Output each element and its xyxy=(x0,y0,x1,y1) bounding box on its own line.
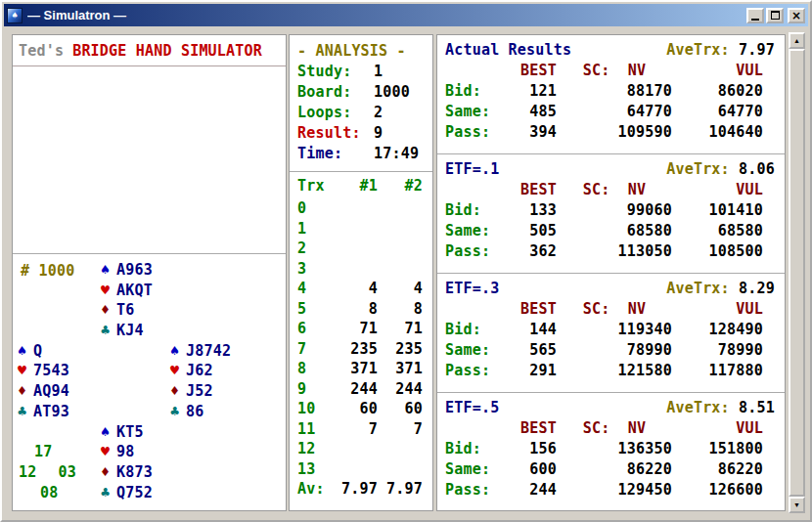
average-value-2: 7.97 xyxy=(378,480,423,500)
result-row: Pass: 394 109590 104640 xyxy=(445,123,775,144)
suit-icon: ♦ xyxy=(101,463,116,484)
trx-index: 2 xyxy=(297,239,329,260)
best-value: 291 xyxy=(492,362,557,382)
col-best: BEST xyxy=(492,419,557,440)
suit-icon: ♦ xyxy=(101,301,116,322)
trx-row: 13 xyxy=(297,460,425,481)
scrollbar-thumb[interactable] xyxy=(789,49,805,497)
analysis-title: - ANALYSIS - xyxy=(290,35,432,63)
trx-row: 6 71 71 xyxy=(297,320,425,340)
nv-value: 109590 xyxy=(557,123,672,144)
trx-value-2: 71 xyxy=(378,320,423,340)
minimize-button[interactable] xyxy=(746,8,764,23)
suit-icon: ♣ xyxy=(101,322,116,342)
hand-cards: K873 xyxy=(116,463,153,484)
hand-line: ♣ Q752 xyxy=(101,484,153,504)
suit-icon: ♥ xyxy=(101,282,116,302)
trx-index: 4 xyxy=(297,280,329,300)
hand-line: ♦ AQ94 xyxy=(18,382,170,403)
nv-value: 88170 xyxy=(557,82,672,103)
result-section-etf5: ETF=.5 AveTrx: 8.51 BEST SC: NV VUL Bid:… xyxy=(437,393,785,512)
best-value: 394 xyxy=(492,123,557,144)
trx-index: 3 xyxy=(297,260,329,281)
trx-col: #2 xyxy=(378,177,423,197)
nv-value: 78990 xyxy=(557,341,672,362)
vul-value: 108500 xyxy=(672,242,763,263)
hand-line: ♠ J8742 xyxy=(170,342,231,363)
results-panel: Actual Results AveTrx: 7.97 BEST SC: NV … xyxy=(436,34,786,511)
scroll-up-button[interactable]: ▲ xyxy=(789,32,805,49)
trx-value-1: 235 xyxy=(329,340,378,361)
best-value: 121 xyxy=(492,82,557,103)
trx-table-header: Trx #1 #2 xyxy=(297,177,425,197)
col-sc-nv: SC: NV xyxy=(557,62,672,82)
average-label: Av: xyxy=(297,480,329,500)
hcp-north: 17 xyxy=(13,443,101,463)
trx-value-1: 8 xyxy=(329,300,378,321)
row-label: Pass: xyxy=(445,242,492,263)
section-title: ETF=.1 xyxy=(445,160,499,181)
avetrx: AveTrx: 8.51 xyxy=(666,399,775,419)
best-value: 600 xyxy=(492,460,557,481)
result-row: Pass: 291 121580 117880 xyxy=(445,362,775,382)
avetrx: AveTrx: 8.06 xyxy=(666,160,775,181)
suit-icon: ♦ xyxy=(18,382,33,403)
trx-row: 12 xyxy=(297,440,425,460)
study-description xyxy=(13,66,286,254)
avetrx-label: AveTrx: xyxy=(666,160,730,178)
hcp-west-east: 12 03 xyxy=(13,463,101,484)
north-hand-area: # 1000 ♠ A963 ♥ AKQT ♦ T6 ♣ KJ4 xyxy=(13,261,286,342)
vul-value: 128490 xyxy=(672,321,763,341)
section-title: ETF=.5 xyxy=(445,399,499,419)
result-section-actual: Actual Results AveTrx: 7.97 BEST SC: NV … xyxy=(437,35,785,154)
vul-value: 64770 xyxy=(672,103,763,123)
vertical-scrollbar[interactable]: ▲ ▼ xyxy=(789,32,805,513)
west-hand: ♠ Q ♥ 7543 ♦ AQ94 ♣ AT93 xyxy=(18,342,170,423)
vul-value: 86020 xyxy=(672,82,763,103)
result-column-headers: BEST SC: NV VUL xyxy=(445,62,775,82)
hand-cards: Q xyxy=(33,342,42,363)
hand-line: ♠ A963 xyxy=(101,261,286,282)
row-label: Bid: xyxy=(445,201,492,222)
trx-row: 1 xyxy=(297,220,425,240)
col-vul: VUL xyxy=(672,181,763,201)
hand-line: ♥ AKQT xyxy=(101,282,286,302)
suit-icon: ♣ xyxy=(101,484,116,504)
hand-line: ♥ J62 xyxy=(170,362,231,382)
row-label: Bid: xyxy=(445,321,492,341)
description-line xyxy=(19,82,286,102)
scroll-down-button[interactable]: ▼ xyxy=(789,497,805,513)
hcp-diagram: 17 12 03 08 xyxy=(13,423,101,504)
field-value: 2 xyxy=(374,104,432,124)
app-window: ♠ — Simulatron — × Ted's BRIDGE HAND SIM… xyxy=(0,0,812,522)
trx-value-1 xyxy=(329,460,378,481)
trx-value-1 xyxy=(329,199,378,220)
hand-cards: J62 xyxy=(186,362,213,382)
hand-line: ♥ 98 xyxy=(101,443,153,463)
app-icon[interactable]: ♠ xyxy=(7,8,23,23)
hand-line: ♠ Q xyxy=(18,342,170,363)
field-label: Loops: xyxy=(297,104,374,124)
result-rows: Bid: 156 136350 151800 Same: 600 86220 8… xyxy=(445,440,775,501)
minimize-icon xyxy=(751,19,759,21)
field-value: 9 xyxy=(374,124,432,145)
hand-cards: J52 xyxy=(186,382,213,403)
trx-col: Trx xyxy=(297,177,329,197)
avetrx-label: AveTrx: xyxy=(666,280,730,297)
hand-cards: AT93 xyxy=(33,403,69,423)
result-row: Pass: 244 129450 126600 xyxy=(445,481,775,501)
trx-index: 9 xyxy=(297,380,329,401)
titlebar[interactable]: ♠ — Simulatron — × xyxy=(4,4,808,26)
row-label: Pass: xyxy=(445,123,492,144)
trx-value-2 xyxy=(378,199,423,220)
maximize-button[interactable] xyxy=(766,8,784,23)
vul-value: 101410 xyxy=(672,201,763,222)
row-label: Same: xyxy=(445,460,492,481)
trx-value-2: 4 xyxy=(378,280,423,300)
section-title: Actual Results xyxy=(445,41,571,62)
field-result: Result: 9 xyxy=(297,124,432,145)
result-row: Same: 565 78990 78990 xyxy=(445,341,775,362)
nv-value: 121580 xyxy=(557,362,672,382)
avetrx-label: AveTrx: xyxy=(666,41,730,59)
close-button[interactable]: × xyxy=(788,8,805,23)
